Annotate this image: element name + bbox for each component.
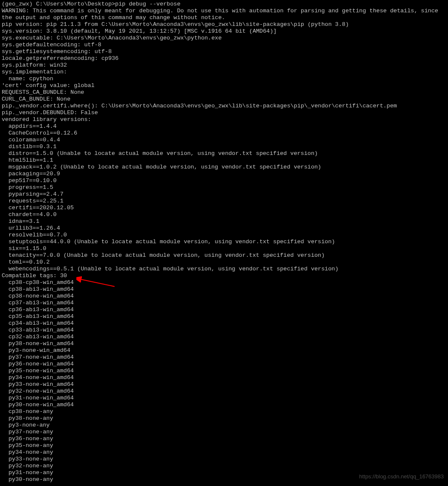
compatible-tag-item: py34-none-win_amd64 — [2, 374, 446, 381]
vendored-item: toml==0.10.2 — [2, 259, 446, 266]
compatible-tag-item: py36-none-any — [2, 435, 446, 442]
compatible-tag-item: py32-none-any — [2, 463, 446, 469]
compatible-tag-item: py35-none-any — [2, 442, 446, 449]
compatible-tag-item: py3-none-win_amd64 — [2, 347, 446, 354]
sys-getfilesystemencoding: sys.getfilesystemencoding: utf-8 — [2, 48, 446, 55]
vendored-item: html5lib==1.1 — [2, 157, 446, 164]
requests-ca-bundle: REQUESTS_CA_BUNDLE: None — [2, 89, 446, 96]
certifi-where: pip._vendor.certifi.where(): C:\Users\Mo… — [2, 103, 446, 110]
vendored-item: distro==1.5.0 (Unable to locate actual m… — [2, 150, 446, 157]
vendored-item: resolvelib==0.7.0 — [2, 232, 446, 239]
compatible-tag-item: cp33-abi3-win_amd64 — [2, 327, 446, 334]
compatible-tag-item: py38-none-any — [2, 415, 446, 422]
vendored-item: webencodings==0.5.1 (Unable to locate ac… — [2, 266, 446, 272]
vendored-item: urllib3==1.26.4 — [2, 225, 446, 232]
compatible-tag-item: cp35-abi3-win_amd64 — [2, 313, 446, 320]
sys-version: sys.version: 3.8.10 (default, May 19 202… — [2, 28, 446, 35]
compatible-tag-item: py34-none-any — [2, 449, 446, 456]
curl-ca-bundle: CURL_CA_BUNDLE: None — [2, 96, 446, 103]
sys-getdefaultencoding: sys.getdefaultencoding: utf-8 — [2, 42, 446, 48]
vendored-item: pyparsing==2.4.7 — [2, 191, 446, 198]
sys-impl-name: name: cpython — [2, 76, 446, 82]
vendored-item: CacheControl==0.12.6 — [2, 130, 446, 137]
vendored-item: progress==1.5 — [2, 184, 446, 191]
compatible-tag-item: cp38-abi3-win_amd64 — [2, 286, 446, 293]
compatible-tag-item: py3-none-any — [2, 422, 446, 429]
compatible-tag-item: py37-none-win_amd64 — [2, 354, 446, 361]
compatible-tag-item: cp38-none-any — [2, 408, 446, 415]
compatible-tag-item: cp38-none-win_amd64 — [2, 293, 446, 300]
vendored-item: colorama==0.4.4 — [2, 137, 446, 143]
vendored-item: requests==2.25.1 — [2, 198, 446, 205]
compatible-tag-item: cp37-abi3-win_amd64 — [2, 300, 446, 306]
warning-output: WARNING: This command is only meant for … — [2, 8, 446, 21]
vendored-header: vendored library versions: — [2, 116, 446, 123]
compatible-tag-item: py37-none-any — [2, 429, 446, 435]
compatible-tag-item: cp36-abi3-win_amd64 — [2, 306, 446, 313]
compatible-tag-item: py33-none-any — [2, 456, 446, 463]
sys-platform: sys.platform: win32 — [2, 62, 446, 69]
sys-implementation: sys.implementation: — [2, 69, 446, 76]
vendored-item: idna==3.1 — [2, 218, 446, 225]
sys-executable: sys.executable: C:\Users\Morto\Anaconda3… — [2, 35, 446, 42]
compatible-tags-header: Compatible tags: 30 — [2, 272, 446, 279]
compatible-tag-item: cp34-abi3-win_amd64 — [2, 320, 446, 327]
vendored-item: pep517==0.10.0 — [2, 177, 446, 184]
compatible-tag-item: cp38-cp38-win_amd64 — [2, 279, 446, 286]
vendored-item: setuptools==44.0.0 (Unable to locate act… — [2, 239, 446, 245]
debundled: pip._vendor.DEBUNDLED: False — [2, 110, 446, 116]
command-prompt-line[interactable]: (geo_zwx) C:\Users\Morto\Desktop>pip deb… — [2, 1, 446, 8]
compatible-tag-item: py38-none-win_amd64 — [2, 340, 446, 347]
watermark: https://blog.csdn.net/qq_16763983 — [359, 473, 444, 480]
vendored-item: tenacity==7.0.0 (Unable to locate actual… — [2, 252, 446, 259]
vendored-item: chardet==4.0.0 — [2, 211, 446, 218]
compatible-tag-item: py31-none-win_amd64 — [2, 395, 446, 402]
compatible-tag-item: py30-none-win_amd64 — [2, 402, 446, 408]
vendored-item: certifi==2020.12.05 — [2, 205, 446, 211]
compatible-tag-item: py33-none-win_amd64 — [2, 381, 446, 388]
compatible-tags-list: cp38-cp38-win_amd64cp38-abi3-win_amd64cp… — [2, 279, 446, 483]
compatible-tag-item: cp32-abi3-win_amd64 — [2, 334, 446, 340]
vendored-item: appdirs==1.4.4 — [2, 123, 446, 130]
cert-config: 'cert' config value: global — [2, 82, 446, 89]
vendored-item: distlib==0.3.1 — [2, 143, 446, 150]
compatible-tag-item: py35-none-win_amd64 — [2, 368, 446, 374]
vendored-item: msgpack==1.0.2 (Unable to locate actual … — [2, 164, 446, 171]
vendored-list: appdirs==1.4.4CacheControl==0.12.6colora… — [2, 123, 446, 272]
locale-getpreferredencoding: locale.getpreferredencoding: cp936 — [2, 55, 446, 62]
compatible-tag-item: py36-none-win_amd64 — [2, 361, 446, 368]
vendored-item: six==1.15.0 — [2, 245, 446, 252]
vendored-item: packaging==20.9 — [2, 171, 446, 177]
pip-version: pip version: pip 21.1.3 from C:\Users\Mo… — [2, 21, 446, 28]
compatible-tag-item: py32-none-win_amd64 — [2, 388, 446, 395]
